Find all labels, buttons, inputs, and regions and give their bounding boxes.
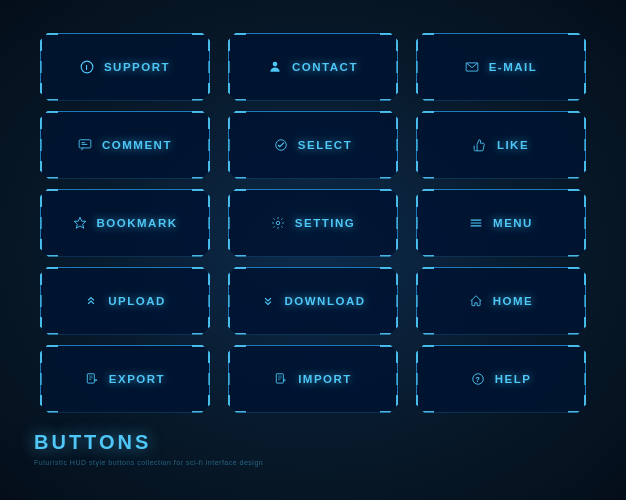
export-icon: [85, 372, 101, 386]
like-button[interactable]: LIKE: [416, 111, 586, 179]
setting-label: SETTING: [295, 217, 355, 229]
export-button[interactable]: EXPORT: [40, 345, 210, 413]
import-label: IMPORT: [298, 373, 352, 385]
svg-point-2: [273, 61, 278, 66]
setting-button[interactable]: SETTING: [228, 189, 398, 257]
check-icon: [274, 138, 290, 152]
home-icon: [469, 294, 485, 308]
upload-button[interactable]: UPLOAD: [40, 267, 210, 335]
info-icon: i: [80, 60, 96, 74]
svg-marker-8: [74, 217, 86, 228]
person-icon: [268, 60, 284, 74]
email-label: E-MAIL: [489, 61, 538, 73]
select-button[interactable]: SELECT: [228, 111, 398, 179]
gear-icon: [271, 216, 287, 230]
import-button[interactable]: IMPORT: [228, 345, 398, 413]
menu-icon: [469, 216, 485, 230]
bookmark-label: BOOKMARK: [97, 217, 178, 229]
svg-text:?: ?: [475, 375, 481, 384]
import-icon: [274, 372, 290, 386]
svg-rect-4: [79, 139, 91, 147]
upload-label: UPLOAD: [108, 295, 166, 307]
support-label: SUPPORT: [104, 61, 170, 73]
home-button[interactable]: HOME: [416, 267, 586, 335]
menu-label: MENU: [493, 217, 533, 229]
button-grid: i SUPPORT CONTACT E-MAIL COMMENT: [40, 33, 586, 413]
contact-label: CONTACT: [292, 61, 358, 73]
download-button[interactable]: DOWNLOAD: [228, 267, 398, 335]
like-label: LIKE: [497, 139, 529, 151]
help-button[interactable]: ? HELP: [416, 345, 586, 413]
comment-button[interactable]: COMMENT: [40, 111, 210, 179]
export-label: EXPORT: [109, 373, 165, 385]
footer-title: BUTTONS: [34, 431, 151, 454]
download-label: DOWNLOAD: [285, 295, 366, 307]
download-icon: [261, 294, 277, 308]
comment-label: COMMENT: [102, 139, 172, 151]
svg-text:i: i: [85, 63, 88, 72]
help-icon: ?: [471, 372, 487, 386]
star-icon: [73, 216, 89, 230]
thumb-icon: [473, 138, 489, 152]
svg-rect-17: [276, 373, 283, 382]
select-label: SELECT: [298, 139, 352, 151]
email-icon: [465, 60, 481, 74]
upload-icon: [84, 294, 100, 308]
comment-icon: [78, 138, 94, 152]
footer: BUTTONS Futuristic HUD style buttons col…: [34, 431, 592, 468]
menu-button[interactable]: MENU: [416, 189, 586, 257]
email-button[interactable]: E-MAIL: [416, 33, 586, 101]
home-label: HOME: [493, 295, 534, 307]
help-label: HELP: [495, 373, 532, 385]
svg-rect-13: [87, 373, 94, 382]
footer-description: Futuristic HUD style buttons collection …: [34, 458, 263, 468]
svg-point-9: [276, 221, 280, 225]
bookmark-button[interactable]: BOOKMARK: [40, 189, 210, 257]
contact-button[interactable]: CONTACT: [228, 33, 398, 101]
support-button[interactable]: i SUPPORT: [40, 33, 210, 101]
